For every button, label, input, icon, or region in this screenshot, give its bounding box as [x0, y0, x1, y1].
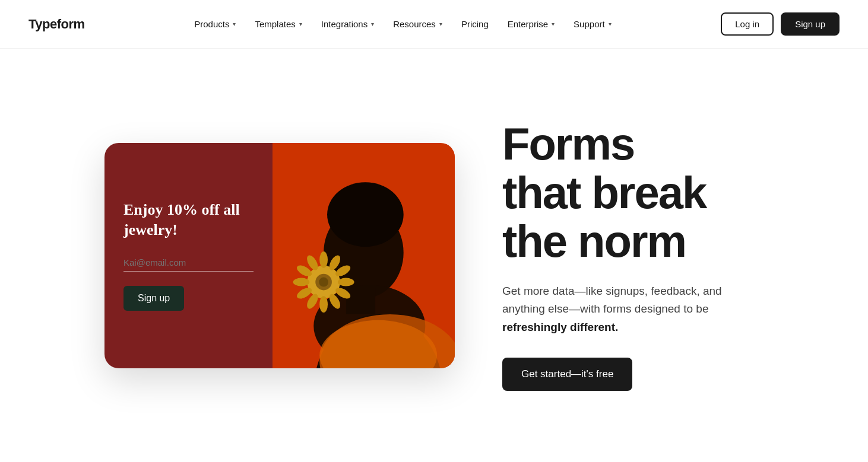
headline-line2: that break: [502, 167, 706, 218]
svg-point-3: [327, 182, 404, 247]
chevron-down-icon: ▾: [233, 21, 236, 27]
headline-line1: Forms: [502, 119, 634, 169]
chevron-down-icon: ▾: [439, 21, 442, 27]
nav-actions: Log in Sign up: [721, 12, 840, 36]
nav-links: Products ▾ Templates ▾ Integrations ▾ Re…: [186, 14, 619, 34]
card-left-panel: Enjoy 10% off all jewelry! Sign up: [104, 143, 273, 368]
hero-text: Forms that break the norm Get more data—…: [502, 120, 764, 391]
nav-item-integrations[interactable]: Integrations ▾: [313, 14, 382, 34]
navbar: Typeform Products ▾ Templates ▾ Integrat…: [0, 0, 868, 49]
subtext-before-bold: Get more data—like signups, feedback, an…: [502, 285, 722, 315]
headline-line3: the norm: [502, 216, 686, 266]
nav-item-support[interactable]: Support ▾: [565, 14, 620, 34]
subtext-bold: refreshingly different.: [502, 321, 618, 333]
svg-point-18: [293, 278, 310, 286]
svg-point-15: [319, 296, 328, 313]
hero-card-wrapper: Enjoy 10% off all jewelry! Sign up: [104, 143, 455, 368]
nav-label-integrations: Integrations: [321, 19, 368, 29]
svg-point-12: [338, 278, 354, 286]
nav-label-resources: Resources: [393, 19, 436, 29]
card-right-panel: [273, 143, 455, 368]
svg-point-22: [319, 277, 328, 286]
card-signup-button[interactable]: Sign up: [123, 286, 184, 311]
cta-button[interactable]: Get started—it's free: [502, 358, 632, 391]
nav-label-support: Support: [574, 19, 605, 29]
card-promo-text: Enjoy 10% off all jewelry!: [123, 200, 254, 240]
chevron-down-icon: ▾: [371, 21, 374, 27]
hero-section: Enjoy 10% off all jewelry! Sign up: [0, 49, 868, 462]
hero-card: Enjoy 10% off all jewelry! Sign up: [104, 143, 455, 368]
hero-subtext: Get more data—like signups, feedback, an…: [502, 282, 764, 336]
nav-item-pricing[interactable]: Pricing: [453, 14, 497, 34]
svg-point-9: [319, 251, 328, 268]
hero-headline: Forms that break the norm: [502, 120, 764, 266]
chevron-down-icon: ▾: [299, 21, 302, 27]
nav-label-products: Products: [194, 19, 229, 29]
hero-illustration: [273, 143, 455, 368]
nav-item-resources[interactable]: Resources ▾: [385, 14, 451, 34]
nav-label-pricing: Pricing: [461, 19, 489, 29]
nav-label-templates: Templates: [255, 19, 295, 29]
signup-button[interactable]: Sign up: [781, 12, 840, 36]
nav-label-enterprise: Enterprise: [508, 19, 548, 29]
nav-item-products[interactable]: Products ▾: [186, 14, 244, 34]
chevron-down-icon: ▾: [609, 21, 612, 27]
login-button[interactable]: Log in: [721, 12, 774, 36]
brand-logo[interactable]: Typeform: [28, 17, 85, 32]
nav-item-enterprise[interactable]: Enterprise ▾: [499, 14, 563, 34]
nav-item-templates[interactable]: Templates ▾: [246, 14, 310, 34]
card-email-input[interactable]: [123, 254, 254, 272]
chevron-down-icon: ▾: [552, 21, 555, 27]
